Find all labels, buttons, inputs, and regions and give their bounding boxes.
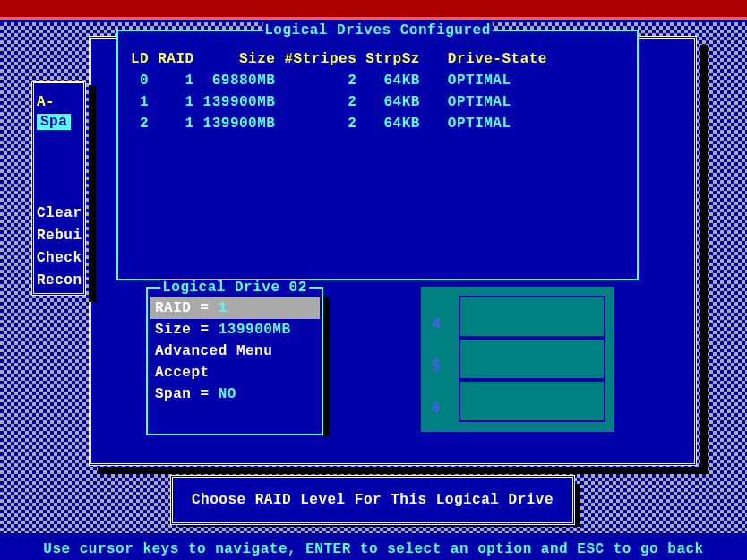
shadow [322,297,330,436]
side-item-check[interactable]: Check [37,247,82,270]
help-bar: Use cursor keys to navigate, ENTER to se… [0,538,747,560]
cell: OPTIMAL [425,114,551,134]
side-item-clear[interactable]: Clear [37,202,82,225]
span-label: Span = [155,386,219,402]
cell: 2 [280,114,360,134]
shadow [98,467,708,474]
cell: 1 [127,92,152,112]
title-bar: PERC/CERC BIOS Configuration Utility U82… [0,0,747,20]
side-selected-item[interactable]: Spa [37,114,71,130]
side-actions-list: Clear Rebui Check Recon [37,202,82,292]
col-strpsz: StrpSz [362,49,424,69]
cell: OPTIMAL [425,92,551,112]
drive-bay[interactable] [459,380,605,422]
side-item-recon[interactable]: Recon [37,270,82,292]
logical-drives-table: LD RAID Size #Stripes StrpSz Drive-State… [125,47,553,135]
cell: 1 [154,92,197,112]
col-state: Drive-State [425,49,551,69]
table-row[interactable]: 2 1 139900MB 2 64KB OPTIMAL [127,114,551,134]
side-item-rebuild[interactable]: Rebui [37,225,82,247]
logical-drives-panel: Logical Drives Configured LD RAID Size #… [116,30,639,280]
cell: 2 [127,114,152,134]
ld-editor-title: Logical Drive 02 [160,280,309,296]
cell: 1 [154,114,197,134]
shadow [89,85,96,302]
logical-drives-title: Logical Drives Configured [262,22,493,39]
accept-item[interactable]: Accept [155,365,210,381]
cell: 2 [280,71,360,90]
col-ld: LD [127,49,152,69]
size-field[interactable]: Size = 139900MB [155,322,291,338]
cell: 64KB [362,92,424,112]
side-a-label: A- [37,94,55,110]
drive-bay-panel: 4 5 6 [421,287,614,432]
raid-value: 1 [219,300,228,316]
table-row[interactable]: 0 1 69880MB 2 64KB OPTIMAL [127,71,551,90]
col-stripes: #Stripes [280,49,360,69]
span-value: NO [219,386,236,402]
logical-drive-editor: Logical Drive 02 RAID = 1 Size = 139900M… [146,287,323,435]
col-size: Size [200,49,279,69]
prompt-dialog: Choose RAID Level For This Logical Drive [170,475,575,525]
cell: OPTIMAL [425,71,551,90]
drive-bay[interactable] [459,296,605,338]
cell: 2 [280,92,360,112]
cell: 64KB [362,114,424,134]
raid-label: RAID = [155,300,219,316]
prompt-text: Choose RAID Level For This Logical Drive [192,492,554,508]
bay-number: 6 [432,401,441,417]
bay-number: 4 [432,316,441,332]
col-raid: RAID [154,49,197,69]
drive-bay[interactable] [459,338,605,380]
cell: 0 [127,71,152,90]
cell: 139900MB [200,114,279,134]
cell: 1 [154,71,197,90]
cell: 139900MB [200,92,279,112]
bay-number: 5 [432,358,441,375]
table-row[interactable]: 1 1 139900MB 2 64KB OPTIMAL [127,92,551,112]
cell: 69880MB [200,71,279,90]
raid-level-field[interactable]: RAID = 1 [150,297,320,319]
size-label: Size = [155,322,219,338]
advanced-menu-item[interactable]: Advanced Menu [155,343,272,359]
span-field[interactable]: Span = NO [155,386,236,402]
cell: 64KB [362,71,424,90]
size-value: 139900MB [219,322,291,338]
shadow [700,45,708,473]
